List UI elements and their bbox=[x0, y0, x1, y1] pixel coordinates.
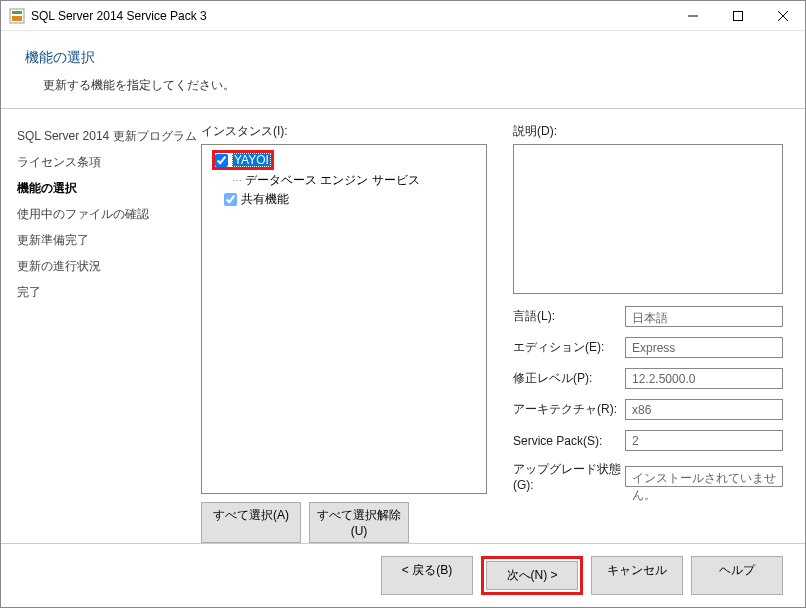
footer: < 戻る(B) 次へ(N) > キャンセル ヘルプ bbox=[1, 543, 805, 607]
tree-node-shared[interactable]: 共有機能 bbox=[206, 190, 482, 209]
details-column: 説明(D): 言語(L): 日本語 エディション(E): Express 修正レ… bbox=[513, 123, 783, 543]
instances-label: インスタンス(I): bbox=[201, 123, 487, 140]
edition-label: エディション(E): bbox=[513, 339, 625, 356]
minimize-button[interactable] bbox=[670, 1, 715, 30]
titlebar: SQL Server 2014 Service Pack 3 bbox=[1, 1, 805, 31]
highlight-yayoi: YAYOI bbox=[212, 150, 274, 170]
sidebar-item-files-in-use[interactable]: 使用中のファイルの確認 bbox=[17, 201, 201, 227]
sidebar-item-ready[interactable]: 更新準備完了 bbox=[17, 227, 201, 253]
sidebar-item-feature-selection[interactable]: 機能の選択 bbox=[17, 175, 201, 201]
app-icon bbox=[9, 8, 25, 24]
tree-node-db-engine[interactable]: ⋯ データベース エンジン サービス bbox=[206, 171, 482, 190]
sidebar-item-progress[interactable]: 更新の進行状況 bbox=[17, 253, 201, 279]
sidebar-item-license[interactable]: ライセンス条項 bbox=[17, 149, 201, 175]
checkbox-yayoi[interactable] bbox=[215, 154, 228, 167]
window-root: SQL Server 2014 Service Pack 3 機能の選択 更新す… bbox=[0, 0, 806, 608]
detail-row-sp: Service Pack(S): 2 bbox=[513, 430, 783, 451]
main: インスタンス(I): YAYOI ⋯ データベース エンジン サービス bbox=[201, 109, 805, 543]
language-label: 言語(L): bbox=[513, 308, 625, 325]
language-value: 日本語 bbox=[625, 306, 783, 327]
select-buttons: すべて選択(A) すべて選択解除(U) bbox=[201, 502, 487, 543]
detail-row-language: 言語(L): 日本語 bbox=[513, 306, 783, 327]
arch-label: アーキテクチャ(R): bbox=[513, 401, 625, 418]
upgrade-label: アップグレード状態(G): bbox=[513, 461, 625, 492]
deselect-all-button[interactable]: すべて選択解除(U) bbox=[309, 502, 409, 543]
sidebar-item-update-program[interactable]: SQL Server 2014 更新プログラム bbox=[17, 123, 201, 149]
select-all-button[interactable]: すべて選択(A) bbox=[201, 502, 301, 543]
tree-label-db-engine: データベース エンジン サービス bbox=[245, 172, 420, 189]
close-button[interactable] bbox=[760, 1, 805, 30]
patch-value: 12.2.5000.0 bbox=[625, 368, 783, 389]
patch-label: 修正レベル(P): bbox=[513, 370, 625, 387]
back-button[interactable]: < 戻る(B) bbox=[381, 556, 473, 595]
svg-rect-2 bbox=[12, 16, 22, 21]
instances-column: インスタンス(I): YAYOI ⋯ データベース エンジン サービス bbox=[201, 123, 487, 543]
arch-value: x86 bbox=[625, 399, 783, 420]
sidebar: SQL Server 2014 更新プログラム ライセンス条項 機能の選択 使用… bbox=[1, 109, 201, 543]
svg-rect-1 bbox=[12, 11, 22, 14]
edition-value: Express bbox=[625, 337, 783, 358]
page-subtitle: 更新する機能を指定してください。 bbox=[43, 77, 781, 94]
svg-rect-4 bbox=[733, 11, 742, 20]
sidebar-item-complete[interactable]: 完了 bbox=[17, 279, 201, 305]
page-title: 機能の選択 bbox=[25, 49, 781, 67]
highlight-next: 次へ(N) > bbox=[481, 556, 583, 595]
detail-row-upgrade: アップグレード状態(G): インストールされていません。 bbox=[513, 461, 783, 492]
tree-connector-icon: ⋯ bbox=[232, 175, 241, 186]
instances-tree[interactable]: YAYOI ⋯ データベース エンジン サービス 共有機能 bbox=[201, 144, 487, 494]
body: SQL Server 2014 更新プログラム ライセンス条項 機能の選択 使用… bbox=[1, 109, 805, 543]
description-label: 説明(D): bbox=[513, 123, 783, 140]
detail-row-patch: 修正レベル(P): 12.2.5000.0 bbox=[513, 368, 783, 389]
upgrade-value: インストールされていません。 bbox=[625, 466, 783, 487]
detail-row-edition: エディション(E): Express bbox=[513, 337, 783, 358]
tree-label-shared: 共有機能 bbox=[241, 191, 289, 208]
titlebar-buttons bbox=[670, 1, 805, 30]
help-button[interactable]: ヘルプ bbox=[691, 556, 783, 595]
sp-value: 2 bbox=[625, 430, 783, 451]
maximize-button[interactable] bbox=[715, 1, 760, 30]
window-title: SQL Server 2014 Service Pack 3 bbox=[31, 9, 670, 23]
checkbox-shared bbox=[224, 193, 237, 206]
tree-label-yayoi: YAYOI bbox=[232, 153, 271, 167]
header: 機能の選択 更新する機能を指定してください。 bbox=[1, 31, 805, 109]
description-box bbox=[513, 144, 783, 294]
next-button[interactable]: 次へ(N) > bbox=[486, 561, 578, 590]
tree-node-root[interactable]: YAYOI bbox=[206, 149, 482, 171]
detail-row-arch: アーキテクチャ(R): x86 bbox=[513, 399, 783, 420]
cancel-button[interactable]: キャンセル bbox=[591, 556, 683, 595]
sp-label: Service Pack(S): bbox=[513, 434, 625, 448]
